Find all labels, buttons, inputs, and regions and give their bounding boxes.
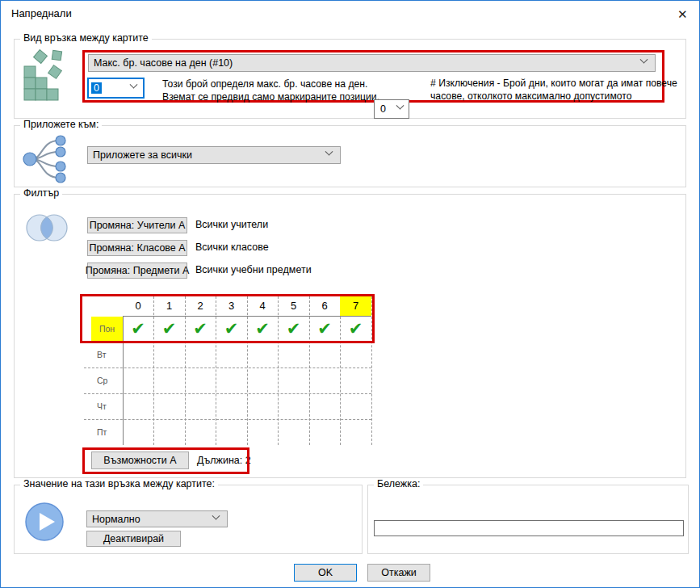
max-count-combo[interactable]: 0 [87, 78, 145, 99]
chevron-down-icon [212, 511, 220, 519]
grid-row-header-fri[interactable]: Пт [91, 419, 123, 445]
group-note: Бележка: [367, 485, 689, 554]
exceptions-description: # Изключения - Брой дни, които могат да … [430, 77, 677, 103]
cancel-button[interactable]: Откажи [367, 564, 430, 582]
apply-to-dropdown[interactable]: Приложете за всички [87, 146, 341, 164]
grid-row-header-thu[interactable]: Чт [91, 393, 123, 419]
relationship-type-dropdown[interactable]: Макс. бр. часове на ден (#10) [88, 54, 656, 72]
change-teachers-label: Промяна: Учители A [90, 220, 186, 231]
possibilities-label: Възможности A [103, 455, 176, 466]
play-icon [24, 502, 65, 542]
ok-button[interactable]: OK [294, 564, 357, 582]
note-input[interactable] [374, 520, 684, 536]
grid-cell-check[interactable]: ✔ [153, 317, 185, 342]
grid-col-header-7-highlighted[interactable]: 7 [340, 296, 371, 316]
venn-diagram-icon [23, 208, 70, 247]
grid-cell-check[interactable]: ✔ [123, 317, 153, 342]
grid-cell-check[interactable]: ✔ [185, 317, 216, 342]
grid-col-header-4[interactable]: 4 [247, 296, 278, 316]
chevron-down-icon [325, 148, 333, 156]
exceptions-description-line1: # Изключения - Брой дни, които могат да … [430, 77, 677, 90]
group-apply-to-label: Приложете към: [20, 119, 102, 130]
grid-row-header-tue[interactable]: Вт [91, 342, 123, 368]
grid-cell-check[interactable]: ✔ [309, 317, 340, 342]
change-classes-label: Промяна: Класове A [89, 242, 185, 254]
grid-cell-check[interactable]: ✔ [340, 317, 371, 342]
grid-col-header-1[interactable]: 1 [153, 296, 185, 316]
group-relationship-type-label: Вид връзка между картите [20, 32, 152, 44]
deactivate-label: Деактивирай [103, 533, 164, 544]
max-count-description: Този брой определя макс. бр. часове на д… [162, 78, 379, 103]
change-subjects-button[interactable]: Промяна: Предмети A [87, 262, 187, 279]
group-filter-label: Филтър [20, 187, 62, 199]
deactivate-button[interactable]: Деактивирай [86, 531, 181, 547]
exceptions-description-line2: часове, отколкото максимално допустимото [430, 90, 677, 103]
meaning-value: Нормално [92, 514, 140, 525]
apply-to-value: Приложете за всички [93, 149, 192, 161]
teachers-filter-value: Всички учители [195, 219, 268, 230]
tiles-icon [23, 49, 69, 101]
length-value: Дължина: 2 [197, 455, 251, 466]
exceptions-value: 0 [380, 103, 386, 115]
grid-cell-check[interactable]: ✔ [278, 317, 309, 342]
grid-col-header-6[interactable]: 6 [309, 296, 340, 316]
meaning-dropdown[interactable]: Нормално [86, 510, 228, 527]
window-title: Напреднали [11, 7, 72, 19]
max-count-description-line2: Вземат се предвид само маркираните позиц… [162, 90, 379, 103]
group-note-label: Бележка: [374, 478, 423, 489]
group-meaning-label: Значение на тази връзка между картите: [20, 478, 218, 489]
grid-col-header-0[interactable]: 0 [123, 296, 153, 316]
classes-filter-value: Всички класове [195, 242, 269, 253]
chevron-down-icon [396, 102, 404, 110]
relationship-type-value: Макс. бр. часове на ден (#10) [94, 57, 233, 69]
grid-row-header-wed[interactable]: Ср [91, 368, 123, 393]
grid-cell-check[interactable]: ✔ [247, 317, 278, 342]
grid-row-header-mon-highlighted[interactable]: Пон [91, 317, 123, 342]
ok-label: OK [318, 567, 333, 578]
possibilities-button[interactable]: Възможности A [91, 452, 189, 469]
cancel-label: Откажи [381, 567, 417, 578]
chevron-down-icon [130, 81, 138, 89]
exceptions-combo[interactable]: 0 [374, 99, 409, 119]
grid-col-header-2[interactable]: 2 [185, 296, 216, 316]
change-classes-button[interactable]: Промяна: Класове A [87, 240, 187, 256]
change-teachers-button[interactable]: Промяна: Учители A [87, 217, 187, 233]
chevron-down-icon [640, 56, 648, 64]
change-subjects-label: Промяна: Предмети A [86, 265, 190, 276]
advanced-dialog: Напреднали ✕ Вид връзка между картите Ма… [0, 0, 700, 588]
max-count-value: 0 [91, 82, 102, 94]
close-icon[interactable]: ✕ [677, 7, 688, 22]
grid-col-header-3[interactable]: 3 [216, 296, 247, 316]
max-count-description-line1: Този брой определя макс. бр. часове на д… [162, 78, 379, 90]
subjects-filter-value: Всички учебни предмети [195, 264, 312, 275]
grid-col-header-5[interactable]: 5 [278, 296, 309, 316]
branch-tree-icon [22, 134, 75, 184]
grid-cell-check[interactable]: ✔ [216, 317, 247, 342]
